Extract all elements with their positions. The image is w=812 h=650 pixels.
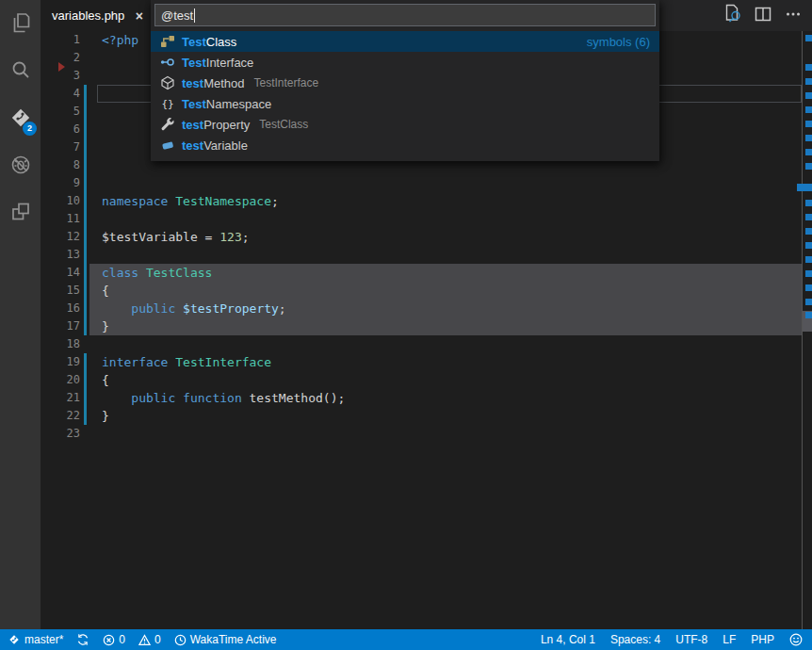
ruler-modified-mark (805, 214, 812, 220)
symbol-name: TestInterface (182, 56, 253, 70)
activity-source-control-button[interactable]: 2 (0, 94, 41, 141)
open-preview-button[interactable] (720, 3, 746, 29)
overview-ruler[interactable] (802, 31, 812, 629)
status-0[interactable]: 0 (103, 633, 125, 646)
quick-open-result-testMethod[interactable]: testMethodTestInterface (151, 73, 659, 93)
symbol-container: TestInterface (254, 76, 319, 89)
line-number: 11 (41, 210, 80, 228)
status-label: 0 (119, 633, 125, 646)
quick-open-widget: @test TestClasssymbols (6)TestInterfacet… (151, 0, 659, 161)
method-symbol-icon (160, 75, 175, 90)
code-token: testMethod (250, 391, 323, 405)
ruler-modified-mark (805, 228, 812, 235)
ruler-modified-mark (805, 135, 812, 141)
git-branch-icon (8, 633, 21, 646)
status-spaces-4[interactable]: Spaces: 4 (610, 633, 660, 646)
quick-open-result-TestNamespace[interactable]: {}TestNamespace (151, 93, 659, 114)
line-number: 22 (41, 407, 80, 425)
ruler-modified-mark (805, 256, 812, 263)
line-number: 16 (41, 300, 80, 317)
quick-open-result-TestClass[interactable]: TestClasssymbols (6) (151, 31, 659, 52)
status-label: LF (723, 633, 736, 646)
status-label: WakaTime Active (190, 633, 277, 646)
code-line-17[interactable]: } (102, 317, 109, 335)
symbol-name: TestClass (182, 35, 236, 49)
activity-explorer-button[interactable] (0, 0, 41, 47)
quick-open-result-testVariable[interactable]: testVariable (151, 135, 659, 155)
quick-open-result-TestInterface[interactable]: TestInterface (151, 52, 659, 73)
tab-close-icon[interactable]: × (136, 9, 143, 23)
matched-text: test (182, 76, 203, 90)
status-wakatime-active[interactable]: WakaTime Active (174, 633, 277, 646)
code-line-15[interactable]: { (102, 282, 109, 300)
ruler-modified-mark (805, 242, 812, 249)
status-smiley[interactable] (789, 633, 803, 646)
status-utf-8[interactable]: UTF-8 (675, 633, 707, 646)
symbol-name: TestNamespace (182, 97, 271, 111)
text-caret (194, 8, 195, 23)
code-token: interface (102, 355, 175, 369)
code-token: ; (242, 230, 250, 244)
status-master[interactable]: master* (8, 633, 63, 646)
status-ln-4-col-1[interactable]: Ln 4, Col 1 (541, 633, 595, 646)
ruler-modified-mark (805, 78, 812, 85)
line-number: 9 (41, 174, 80, 192)
code-token (102, 391, 131, 405)
status-label: master* (24, 633, 63, 646)
symbol-name: testVariable (182, 138, 248, 153)
code-token: $testVariable = (102, 230, 219, 244)
status-label: 0 (154, 633, 161, 646)
interface-symbol-icon (160, 55, 175, 70)
code-token: ; (271, 194, 279, 208)
tab-variables-php[interactable]: variables.php × (41, 0, 151, 31)
code-token: } (102, 409, 109, 423)
activity-search-button[interactable] (0, 47, 41, 94)
quick-open-input[interactable]: @test (154, 4, 656, 26)
more-actions-icon (782, 3, 804, 29)
code-line-12[interactable]: $testVariable = 123; (102, 228, 250, 246)
code-token: TestClass (146, 266, 212, 280)
status-lf[interactable]: LF (723, 633, 736, 646)
line-number: 13 (41, 246, 80, 264)
status-sync[interactable] (76, 633, 89, 646)
code-line-14[interactable]: class TestClass (102, 264, 212, 282)
code-token: (); (323, 391, 345, 405)
editor-actions (720, 0, 810, 31)
line-number: 14 (41, 264, 80, 282)
code-line-19[interactable]: interface TestInterface (102, 353, 271, 371)
ruler-modified-mark (805, 106, 812, 113)
quick-open-result-testProperty[interactable]: testPropertyTestClass (151, 114, 659, 135)
code-token: namespace (102, 194, 175, 208)
code-line-1[interactable]: <?php (102, 31, 138, 49)
warning-icon (138, 634, 151, 646)
activity-debug-button[interactable] (0, 141, 41, 188)
symbol-name-rest: Property (203, 118, 250, 132)
activity-extensions-button[interactable] (0, 188, 41, 236)
status-php[interactable]: PHP (751, 633, 774, 646)
code-line-20[interactable]: { (102, 371, 109, 389)
line-number: 12 (41, 228, 80, 246)
symbol-name-rest: Variable (203, 138, 248, 153)
code-token: } (102, 319, 109, 333)
code-line-22[interactable]: } (102, 407, 109, 425)
code-line-21[interactable]: public function testMethod(); (102, 389, 345, 407)
more-actions-button[interactable] (780, 3, 806, 29)
code-token: 123 (219, 230, 241, 244)
split-editor-button[interactable] (750, 3, 776, 29)
matched-text: Test (182, 97, 206, 111)
line-number: 20 (41, 371, 80, 389)
open-preview-icon (722, 3, 744, 29)
symbol-name: testMethod (182, 76, 245, 90)
symbols-count-badge: symbols (6) (587, 35, 650, 49)
error-icon (103, 634, 115, 646)
code-line-16[interactable]: public $testProperty; (102, 300, 286, 317)
code-line-10[interactable]: namespace TestNamespace; (102, 192, 279, 210)
debug-icon (8, 153, 33, 177)
line-number: 4 (41, 85, 80, 103)
status-0[interactable]: 0 (138, 633, 161, 646)
symbol-name-rest: Class (206, 35, 237, 49)
line-number: 7 (41, 138, 80, 156)
namespace-symbol-icon: {} (160, 96, 175, 111)
symbol-name: testProperty (182, 118, 250, 132)
ruler-cursor-mark (797, 184, 812, 191)
